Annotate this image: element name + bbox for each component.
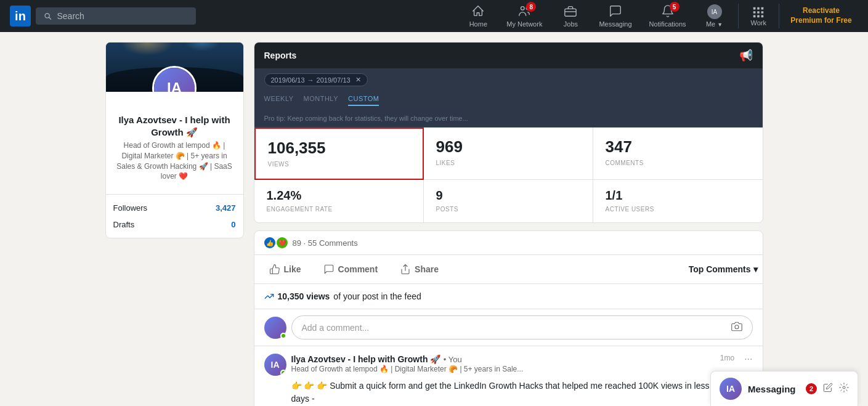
- reports-tabs: WEEKLY MONTHLY CUSTOM: [254, 91, 763, 110]
- search-container[interactable]: [36, 7, 196, 25]
- messaging-avatar: IA: [720, 378, 742, 400]
- heart-reaction-icon: ❤️: [277, 237, 288, 248]
- comment-1-body-prefix: 👉 👉 👉 Submit a quick form and get the Li…: [291, 381, 741, 404]
- drafts-stat[interactable]: Drafts 0: [113, 216, 236, 233]
- comments-value: 347: [606, 137, 750, 156]
- top-comments-label: Top Comments: [689, 264, 751, 274]
- network-icon-wrap: 8: [517, 4, 531, 19]
- active-users-label: ACTIVE USERS: [606, 206, 654, 213]
- nav-network-label: My Network: [506, 20, 542, 28]
- tab-custom[interactable]: CUSTOM: [348, 95, 379, 106]
- share-label: Share: [415, 264, 439, 274]
- comment-input-box[interactable]: Add a comment...: [291, 315, 753, 339]
- reports-header: Reports 📢: [254, 43, 763, 68]
- reports-title: Reports: [264, 51, 297, 60]
- svg-rect-9: [761, 11, 764, 14]
- share-button[interactable]: Share: [390, 258, 448, 281]
- comment-icon: [323, 264, 335, 275]
- svg-rect-5: [757, 7, 760, 10]
- likes-label: LIKES: [436, 160, 455, 166]
- date-range-pill[interactable]: 2019/06/13 → 2019/07/13 ✕: [264, 73, 368, 86]
- messaging-icon-wrap: [609, 4, 622, 19]
- messaging-compose-icon[interactable]: [823, 383, 833, 395]
- likes-stat: 969 LIKES: [424, 128, 593, 180]
- messaging-bar[interactable]: IA Messaging 2: [710, 371, 858, 406]
- reports-card: Reports 📢 2019/06/13 → 2019/07/13 ✕ WEEK…: [254, 42, 763, 223]
- comment-button[interactable]: Comment: [314, 258, 388, 281]
- profile-card: IA Ilya Azovtsev - I help with Growth 🚀 …: [105, 42, 244, 238]
- nav-home[interactable]: Home: [460, 4, 497, 28]
- views-count: 10,350 views: [278, 291, 330, 301]
- tab-weekly[interactable]: WEEKLY: [264, 95, 294, 106]
- chevron-down-icon: ▾: [753, 264, 758, 274]
- nav-jobs-label: Jobs: [564, 20, 578, 28]
- tab-monthly[interactable]: MONTHLY: [304, 95, 338, 106]
- active-users-stat: 1/1 ACTIVE USERS: [593, 180, 763, 222]
- action-bar: Like Comment Share Top Comments ▾: [254, 255, 763, 284]
- nav-me[interactable]: IA Me ▼: [696, 4, 733, 28]
- notifications-badge: 5: [670, 2, 679, 12]
- like-button[interactable]: Like: [259, 258, 311, 281]
- briefcase-icon: [564, 4, 577, 18]
- linkedin-logo[interactable]: in: [10, 6, 31, 26]
- stats-grid-row1: 106,355 VIEWS 969 LIKES 347 COMMENTS: [254, 128, 763, 180]
- svg-point-13: [735, 325, 739, 329]
- thumbs-up-icon: [269, 264, 280, 275]
- profile-avatar-image: IA: [154, 68, 195, 92]
- comment-1-avatar[interactable]: IA: [264, 354, 286, 376]
- nav-jobs[interactable]: Jobs: [552, 4, 589, 28]
- drafts-count: 0: [231, 220, 235, 229]
- date-range-bar: 2019/06/13 → 2019/07/13 ✕: [254, 68, 763, 91]
- network-badge: 8: [526, 2, 536, 12]
- reactions-count: 89 · 55 Comments: [293, 238, 358, 248]
- post-card: 👍 ❤️ 89 · 55 Comments: [254, 230, 763, 406]
- commenter-avatar: [264, 317, 286, 339]
- nav-messaging[interactable]: Messaging: [591, 4, 639, 28]
- svg-rect-8: [757, 11, 760, 14]
- comment-1: IA Ilya Azovtsev - I help with Growth 🚀 …: [254, 346, 763, 406]
- premium-button[interactable]: Reactivate Premium for Free: [784, 6, 858, 25]
- nav-notifications-label: Notifications: [649, 20, 686, 28]
- comment-label: Comment: [338, 264, 378, 274]
- svg-point-0: [521, 7, 525, 10]
- messaging-icon: [609, 4, 622, 18]
- svg-rect-4: [753, 7, 756, 10]
- posts-stat: 9 POSTS: [424, 180, 593, 222]
- nav-work-label: Work: [751, 19, 766, 26]
- megaphone-icon: 📢: [739, 49, 753, 62]
- nav-notifications[interactable]: 5 Notifications: [642, 4, 694, 28]
- nav-me-label: Me ▼: [706, 20, 723, 28]
- engagement-value: 1.24%: [267, 189, 411, 203]
- posts-value: 9: [436, 189, 580, 203]
- comment-1-header: IA Ilya Azovtsev - I help with Growth 🚀 …: [264, 354, 753, 376]
- trending-up-icon: [264, 291, 274, 301]
- date-end: 2019/07/13: [317, 76, 351, 84]
- views-suffix: of your post in the feed: [333, 291, 421, 301]
- search-input[interactable]: [57, 11, 189, 21]
- followers-label: Followers: [113, 203, 148, 213]
- followers-stat[interactable]: Followers 3,427: [113, 200, 236, 216]
- left-sidebar: IA Ilya Azovtsev - I help with Growth 🚀 …: [105, 42, 244, 406]
- followers-count: 3,427: [216, 203, 236, 213]
- nav-network[interactable]: 8 My Network: [499, 4, 550, 28]
- top-comments-button[interactable]: Top Comments ▾: [689, 264, 758, 274]
- comment-1-more-icon[interactable]: ···: [744, 354, 752, 365]
- me-avatar: IA: [707, 4, 722, 19]
- likes-value: 969: [436, 137, 580, 156]
- reaction-icons: 👍 ❤️: [264, 237, 288, 248]
- svg-rect-6: [761, 7, 764, 10]
- nav-work[interactable]: Work: [744, 6, 774, 26]
- views-value: 106,355: [268, 139, 410, 158]
- profile-headline: Head of Growth at lempod 🔥 | Digital Mar…: [113, 140, 236, 182]
- notifications-icon-wrap: 5: [661, 4, 675, 19]
- profile-name[interactable]: Ilya Azovtsev - I help with Growth 🚀: [113, 114, 236, 138]
- svg-rect-10: [753, 15, 756, 18]
- comment-1-name[interactable]: Ilya Azovtsev - I help with Growth 🚀: [291, 354, 441, 364]
- nav-divider: [738, 4, 739, 28]
- messaging-settings-icon[interactable]: [839, 383, 849, 395]
- comment-1-time: 1mo: [720, 354, 734, 362]
- main-nav: Home 8 My Network: [460, 4, 858, 28]
- profile-banner: IA: [106, 43, 243, 92]
- share-icon: [400, 264, 411, 275]
- svg-rect-2: [565, 9, 576, 16]
